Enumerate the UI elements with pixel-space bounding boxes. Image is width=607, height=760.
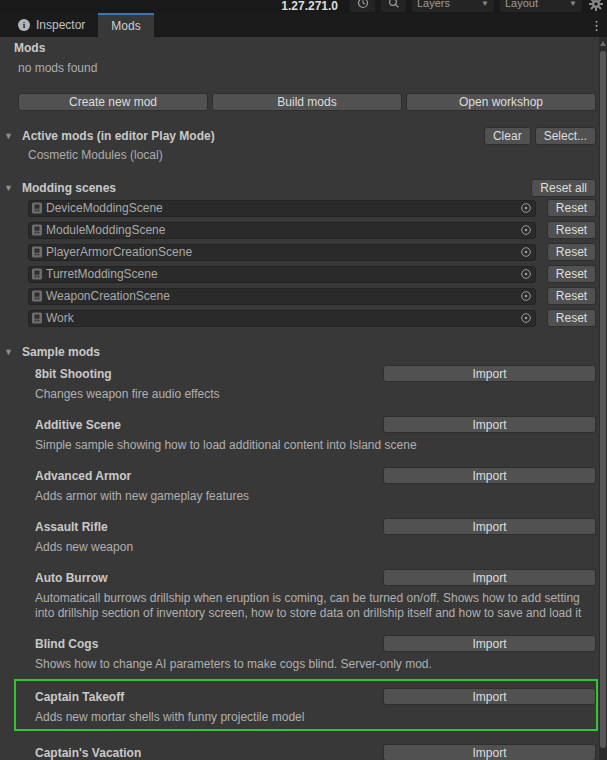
mod-entry: Additive Scene Import Simple sample show… [35, 416, 596, 453]
scene-object-field[interactable]: PlayerArmorCreationScene [28, 244, 536, 261]
scrollbar-thumb[interactable] [600, 51, 606, 748]
scene-asset-icon [31, 224, 43, 236]
mod-description: Changes weapon fire audio effects [35, 387, 596, 402]
sample-mod-list: 8bit Shooting Import Changes weapon fire… [0, 365, 607, 760]
build-mods-button[interactable]: Build mods [212, 93, 402, 111]
chevron-down-icon: ▼ [481, 0, 489, 8]
mod-title-row: Assault Rifle Import [35, 518, 596, 535]
mod-name: Auto Burrow [35, 571, 108, 585]
foldout-arrow-icon[interactable]: ▼ [4, 347, 16, 357]
foldout-arrow-icon[interactable]: ▼ [4, 183, 16, 193]
object-picker-icon[interactable] [520, 312, 532, 324]
mod-entry: Assault Rifle Import Adds new weapon [35, 518, 596, 555]
import-button[interactable]: Import [383, 416, 596, 433]
active-mods-header: ▼ Active mods (in editor Play Mode) Clea… [4, 127, 596, 145]
reset-button[interactable]: Reset [547, 243, 596, 261]
object-picker-icon[interactable] [520, 268, 532, 280]
scene-name: PlayerArmorCreationScene [46, 245, 192, 259]
layout-dropdown[interactable]: Layout ▼ [500, 0, 582, 12]
chevron-down-icon: ▼ [569, 0, 577, 8]
reset-button[interactable]: Reset [547, 265, 596, 283]
history-button[interactable] [350, 0, 375, 12]
scene-object-field[interactable]: DeviceModdingScene [28, 200, 536, 217]
search-button[interactable] [381, 0, 406, 12]
scene-object-field[interactable]: WeaponCreationScene [28, 288, 536, 305]
clear-button[interactable]: Clear [484, 127, 531, 145]
mod-title-row: Advanced Armor Import [35, 467, 596, 484]
object-picker-icon[interactable] [520, 202, 532, 214]
scene-object-field[interactable]: ModuleModdingScene [28, 222, 536, 239]
scene-name: ModuleModdingScene [46, 223, 165, 237]
select-button[interactable]: Select... [535, 127, 596, 145]
scene-object-field[interactable]: Work [28, 310, 536, 327]
scene-row: DeviceModdingScene Reset [28, 199, 596, 217]
scene-name: Work [46, 311, 74, 325]
mod-entry: Auto Burrow Import Automaticall burrows … [35, 569, 596, 621]
scene-asset-icon [31, 268, 43, 280]
layout-dropdown-label: Layout [505, 0, 538, 9]
search-icon [388, 0, 400, 9]
create-new-mod-button[interactable]: Create new mod [18, 93, 208, 111]
mod-entry: 8bit Shooting Import Changes weapon fire… [35, 365, 596, 402]
tab-mods[interactable]: Mods [98, 13, 153, 37]
mod-description: Adds new weapon [35, 540, 596, 555]
mod-description: Simple sample showing how to load additi… [35, 438, 596, 453]
object-picker-icon[interactable] [520, 290, 532, 302]
scene-row: TurretModdingScene Reset [28, 265, 596, 283]
scene-asset-icon [31, 246, 43, 258]
reset-button[interactable]: Reset [547, 287, 596, 305]
mod-description: Adds new mortar shells with funny projec… [35, 710, 596, 725]
import-button[interactable]: Import [383, 635, 596, 652]
info-icon: i [18, 19, 30, 31]
sample-mods-header: ▼ Sample mods [4, 343, 596, 361]
mod-name: Captain Takeoff [35, 690, 124, 704]
active-mods-title: Active mods (in editor Play Mode) [22, 129, 480, 143]
mod-title-row: Blind Cogs Import [35, 635, 596, 652]
reset-button[interactable]: Reset [547, 221, 596, 239]
mod-description: Automaticall burrows drillship when erup… [35, 591, 596, 621]
mod-title-row: Captain Takeoff Import [35, 688, 596, 705]
reset-button[interactable]: Reset [547, 309, 596, 327]
reset-button[interactable]: Reset [547, 199, 596, 217]
reset-all-button[interactable]: Reset all [531, 179, 596, 197]
settings-gear-icon[interactable] [588, 0, 604, 12]
scene-object-field[interactable]: TurretModdingScene [28, 266, 536, 283]
scene-asset-icon [31, 202, 43, 214]
mod-title-row: Additive Scene Import [35, 416, 596, 433]
scene-row: WeaponCreationScene Reset [28, 287, 596, 305]
mod-entry: Captain Takeoff Import Adds new mortar s… [14, 679, 598, 731]
tab-bar: i Inspector Mods ⋮ [0, 13, 607, 37]
scrollbar-up-arrow-icon[interactable] [600, 41, 606, 46]
scene-name: WeaponCreationScene [46, 289, 170, 303]
layers-dropdown[interactable]: Layers ▼ [412, 0, 494, 12]
mod-name: 8bit Shooting [35, 367, 112, 381]
import-button[interactable]: Import [383, 569, 596, 586]
mod-description: Shows how to change AI parameters to mak… [35, 657, 596, 672]
open-workshop-button[interactable]: Open workshop [406, 93, 596, 111]
import-button[interactable]: Import [383, 467, 596, 484]
mod-name: Advanced Armor [35, 469, 131, 483]
mods-section-title: Mods [14, 41, 607, 56]
mod-entry: Advanced Armor Import Adds armor with ne… [35, 467, 596, 504]
import-button[interactable]: Import [383, 688, 596, 705]
object-picker-icon[interactable] [520, 246, 532, 258]
mods-status-text: no mods found [18, 61, 607, 76]
mod-name: Blind Cogs [35, 637, 98, 651]
import-button[interactable]: Import [383, 365, 596, 382]
tab-inspector-label: Inspector [36, 18, 85, 32]
vertical-scrollbar[interactable] [599, 37, 607, 760]
foldout-arrow-icon[interactable]: ▼ [4, 131, 16, 141]
tab-mods-label: Mods [111, 19, 140, 33]
mod-name: Captain's Vacation [35, 746, 141, 760]
object-picker-icon[interactable] [520, 224, 532, 236]
import-button[interactable]: Import [383, 744, 596, 760]
scene-asset-icon [31, 290, 43, 302]
mod-description: Adds armor with new gameplay features [35, 489, 596, 504]
tab-menu-icon[interactable]: ⋮ [590, 19, 603, 32]
tab-inspector[interactable]: i Inspector [5, 13, 98, 37]
editor-toolbar: 1.27.271.0 Layers ▼ Layout ▼ [0, 0, 607, 13]
clock-icon [357, 0, 369, 9]
mods-panel: Mods no mods found Create new mod Build … [0, 37, 607, 760]
mod-title-row: 8bit Shooting Import [35, 365, 596, 382]
import-button[interactable]: Import [383, 518, 596, 535]
